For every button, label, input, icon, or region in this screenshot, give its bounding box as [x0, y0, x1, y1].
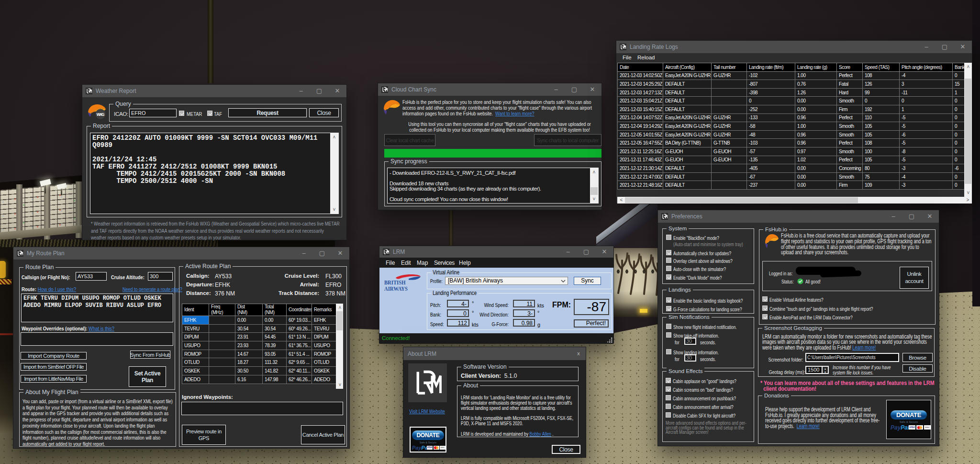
svg-text:WXG: WXG [97, 113, 105, 117]
